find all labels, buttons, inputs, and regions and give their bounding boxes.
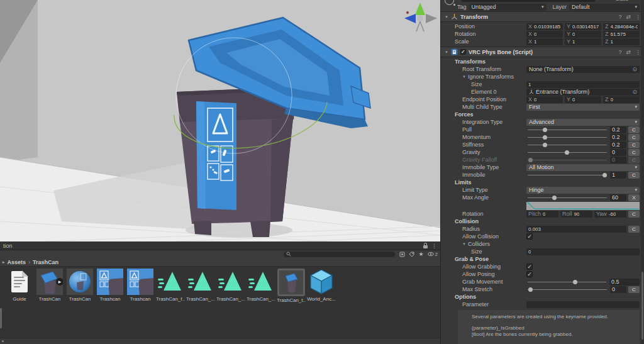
max-stretch-curve-button[interactable]: C [628,286,640,293]
asset-item-animation[interactable]: TrashCan_... [247,269,275,302]
hidden-count-toggle[interactable]: 2 [428,252,438,257]
position-y-field[interactable]: Y0.03014517 [565,23,601,30]
asset-item-trashcan-texture[interactable]: Trashcan [126,269,155,302]
endpoint-y-field[interactable]: Y0 [565,96,601,103]
gravity-curve-button[interactable]: C [628,149,640,156]
max-angle-x-button[interactable]: X [628,194,640,201]
asset-item-animation[interactable]: TrashCan_... [186,269,215,302]
tag-dropdown[interactable]: Untagged ▾ [469,4,547,11]
project-tab-partial[interactable]: tion [3,243,13,249]
gravity-value-field[interactable]: 0 [610,149,626,156]
help-icon[interactable]: ? [618,14,621,20]
presets-icon[interactable]: ⇄ [626,49,631,55]
grab-movement-slider[interactable] [526,279,608,286]
ignore-transforms-row[interactable]: ▼Ignore Transforms [441,73,644,80]
foldout-icon[interactable]: ▼ [462,242,466,246]
scale-z-field[interactable]: Z1 [603,38,640,45]
max-stretch-slider[interactable] [526,286,608,293]
asset-item-animation[interactable]: TrashCan_f... [156,269,185,302]
colliders-size-field[interactable]: 0 [526,248,640,255]
breadcrumb-current[interactable]: TrashCan [33,259,58,265]
parameter-input[interactable] [526,301,640,308]
breadcrumb-root[interactable]: Assets [8,259,26,265]
max-angle-value-field[interactable]: 60 [610,194,626,201]
allow-posing-checkbox[interactable]: ✓ [526,271,533,277]
pull-slider[interactable] [526,126,608,133]
transform-component-header[interactable]: ▼ Transform ? ⇄ ⋮ [441,11,644,22]
kebab-icon[interactable]: ⋮ [635,49,641,55]
endpoint-z-field[interactable]: Z0 [603,96,640,103]
help-icon[interactable]: ? [618,49,621,55]
presets-icon[interactable]: ⇄ [626,14,631,20]
colliders-row[interactable]: ▼Colliders [441,240,644,248]
stiffness-slider[interactable] [526,141,608,148]
allow-grabbing-checkbox[interactable]: ✓ [526,264,533,270]
layer-dropdown[interactable]: Default ▾ [569,4,640,11]
search-by-type-icon[interactable] [399,252,405,257]
endpoint-x-field[interactable]: X0 [526,96,563,103]
immobile-value-field[interactable]: 1 [610,172,626,179]
asset-item-trashcan-model[interactable]: ▶ TrashCan [35,269,64,302]
stiffness-value-field[interactable]: 0.2 [610,141,626,148]
roll-field[interactable]: Roll90 [560,211,592,218]
allow-collision-checkbox[interactable]: ✓ [526,233,533,240]
max-stretch-value-field[interactable]: 0 [610,286,626,293]
asset-item-world-anchor[interactable]: World_Anc... [307,269,336,302]
asset-item-trashcan-material[interactable]: TrashCan [65,269,94,302]
panel-menu-icon[interactable]: ⋮ [431,243,437,249]
scale-x-field[interactable]: X1 [526,38,563,45]
foldout-icon[interactable]: ▼ [445,15,448,19]
breadcrumb-foldout-icon[interactable]: ▸ [3,260,5,265]
pull-value-field[interactable]: 0.2 [610,126,626,133]
kebab-icon[interactable]: ⋮ [635,14,641,20]
scale-y-field[interactable]: Y1 [565,38,601,45]
component-enabled-checkbox[interactable]: ✓ [460,49,466,55]
rotation-z-field[interactable]: Z61.575 [603,31,640,38]
gravity-slider[interactable] [526,149,608,156]
foldout-icon[interactable]: ▼ [462,75,466,79]
grab-movement-value-field[interactable]: 0.5 [609,279,640,286]
immobile-type-dropdown[interactable]: All Motion▾ [526,164,640,171]
rotation-y-field[interactable]: Y0 [565,31,601,38]
gizmo-center[interactable] [417,15,423,21]
root-transform-object-field[interactable]: None (Transform) ⊙ [526,66,640,73]
object-picker-icon[interactable]: ⊙ [632,66,637,72]
yaw-field[interactable]: Yaw-60 [594,211,626,218]
element0-object-field[interactable]: Entrance (Transform) ⊙ [526,89,640,96]
ignore-size-field[interactable]: 1 [526,81,640,88]
pull-curve-button[interactable]: C [628,126,640,133]
pitch-field[interactable]: Pitch0 [526,211,558,218]
immobile-curve-button[interactable]: C [628,172,640,179]
asset-item-trashcan-texture[interactable]: Trashcan [96,269,125,302]
prefab-expand-play-icon[interactable]: ▶ [56,278,63,286]
angle-curve-graph[interactable] [526,202,640,210]
search-input[interactable] [284,252,395,257]
immobile-slider[interactable] [526,172,608,179]
stiffness-curve-button[interactable]: C [628,141,640,148]
search-by-label-icon[interactable] [409,252,414,257]
radius-curve-button[interactable]: C [628,226,640,233]
scene-view[interactable] [0,0,440,241]
inspector-scrollbar[interactable] [641,0,644,344]
object-picker-icon[interactable]: ⊙ [632,89,637,95]
limit-type-dropdown[interactable]: Hinge▾ [526,187,640,194]
rotation-curve-button[interactable]: C [628,211,640,218]
integration-type-dropdown[interactable]: Advanced▾ [526,119,640,126]
position-x-field[interactable]: X0.01039185 [526,23,563,30]
physbone-component-header[interactable]: ▼ ✓ VRC Phys Bone (Script) ? ⇄ ⋮ [441,47,644,57]
momentum-value-field[interactable]: 0.2 [610,134,626,141]
lock-icon[interactable] [423,243,428,248]
rotation-x-field[interactable]: X0 [526,31,563,38]
asset-item-trashcan-selected[interactable]: TrashCan_t... [277,269,306,303]
position-z-field[interactable]: Z4.284084e-0 [603,23,640,30]
asset-item-guide[interactable]: Guide [5,269,34,302]
static-label[interactable]: Static [616,0,628,2]
foldout-icon[interactable]: ▼ [445,50,448,54]
momentum-slider[interactable] [526,134,608,141]
radius-field[interactable]: 0.003 [526,226,626,233]
project-scrollbar[interactable] [0,308,2,328]
multi-child-type-dropdown[interactable]: First▾ [526,104,640,111]
momentum-curve-button[interactable]: C [628,134,640,141]
max-angle-slider[interactable] [526,194,608,201]
asset-item-animation[interactable]: TrashCan_... [216,269,245,302]
